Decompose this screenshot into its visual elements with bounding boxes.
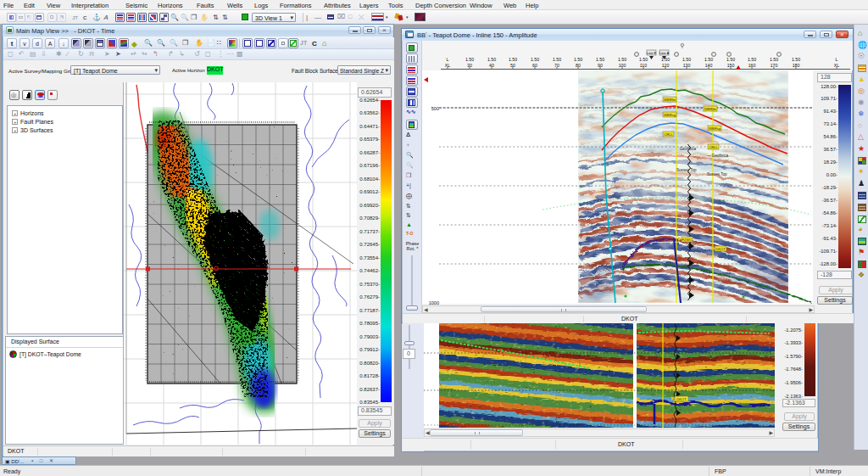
svg-text:F2WC: F2WC [682,238,693,242]
svg-text:WBRsg: WBRsg [709,126,721,131]
svg-text:1.50: 1.50 [618,57,626,62]
svg-text:WBRlm: WBRlm [704,107,717,111]
svg-text:WBRlm: WBRlm [664,98,676,102]
svg-text:WBRsg: WBRsg [664,113,676,117]
svg-text:CRLL: CRLL [664,132,673,137]
svg-text:Line A: Line A [659,51,669,55]
svg-text:DKOT: DKOT [676,397,687,401]
svg-text:1.50: 1.50 [726,57,735,62]
svg-text:1.50: 1.50 [553,57,561,62]
svg-text:— Geofisica: — Geofisica [707,154,728,158]
svg-text:1.50: 1.50 [682,57,691,62]
svg-text:1.50: 1.50 [531,57,539,62]
svg-text:Line E: Line E [647,51,657,55]
svg-text:1.50: 1.50 [704,57,713,62]
svg-text:1.50: 1.50 [661,57,670,62]
svg-text:L: L [447,57,449,62]
svg-text:Sussex Top: Sussex Top [707,172,727,176]
svg-text:500: 500 [431,106,439,111]
svg-text:1.50: 1.50 [465,57,474,62]
svg-text:CRLL: CRLL [709,145,718,149]
svg-text:1.50: 1.50 [639,57,648,62]
svg-text:Geofisica: Geofisica [680,147,697,151]
svg-text:Sussex Top: Sussex Top [676,168,697,172]
svg-text:1.50: 1.50 [770,57,778,62]
svg-text:DKOT: DKOT [715,247,726,251]
svg-text:1.50: 1.50 [487,57,496,62]
svg-text:1.50: 1.50 [509,57,517,62]
svg-text:1.50: 1.50 [748,57,756,62]
svg-text:1.50: 1.50 [792,57,800,62]
svg-text:⚲: ⚲ [680,42,684,48]
svg-text:1.50: 1.50 [574,57,582,62]
svg-text:1.50: 1.50 [596,57,604,62]
